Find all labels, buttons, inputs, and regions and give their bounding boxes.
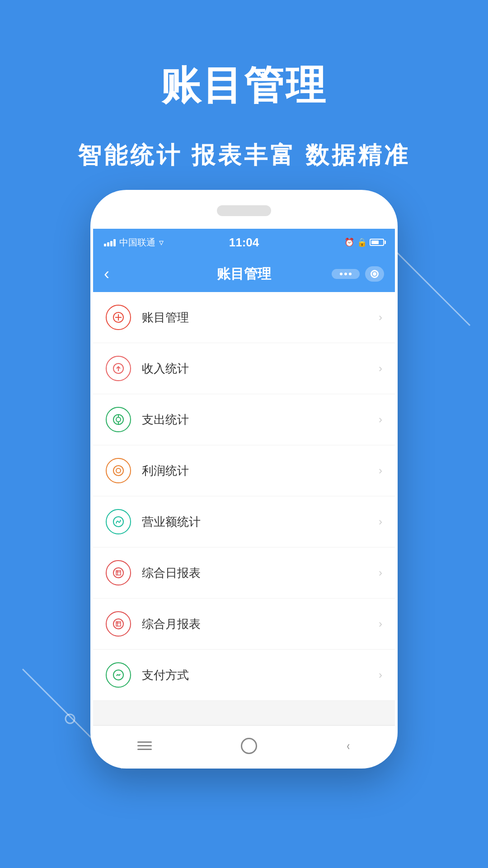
phone-bottom-nav: ‹ — [93, 725, 395, 766]
menu-item-payment-method[interactable]: 支付方式 › — [93, 650, 395, 701]
page-subtitle: 智能统计 报表丰富 数据精准 — [0, 140, 488, 171]
more-button[interactable] — [332, 269, 360, 279]
svg-rect-17 — [116, 571, 121, 575]
battery-icon — [370, 239, 384, 246]
expense-stats-icon — [106, 407, 131, 432]
payment-method-arrow: › — [379, 669, 382, 681]
back-button[interactable]: ‹ — [104, 264, 109, 283]
wifi-icon: ▿ — [159, 237, 164, 248]
income-stats-icon — [106, 356, 131, 381]
page-title: 账目管理 — [0, 59, 488, 113]
dot1 — [340, 273, 343, 275]
record-icon — [371, 270, 379, 278]
monthly-report-arrow: › — [379, 618, 382, 630]
signal-bars — [104, 238, 116, 246]
revenue-stats-arrow: › — [379, 515, 382, 528]
svg-point-14 — [116, 468, 121, 473]
home-icon — [241, 738, 257, 754]
menu-item-income-stats[interactable]: 收入统计 › — [93, 343, 395, 394]
profit-stats-arrow: › — [379, 464, 382, 477]
revenue-stats-label: 营业额统计 — [142, 514, 379, 530]
svg-point-20 — [113, 619, 123, 629]
alarm-icon: ⏰ — [344, 237, 354, 247]
status-time: 11:04 — [229, 236, 259, 250]
menu-item-expense-stats[interactable]: 支出统计 › — [93, 394, 395, 445]
dot2 — [344, 273, 347, 275]
menu-item-profit-stats[interactable]: 利润统计 › — [93, 445, 395, 496]
monthly-report-label: 综合月报表 — [142, 616, 379, 632]
account-mgmt-icon — [106, 305, 131, 330]
revenue-stats-icon — [106, 509, 131, 534]
nav-actions — [332, 266, 384, 282]
svg-point-16 — [113, 568, 123, 578]
lock-icon: 🔒 — [357, 237, 367, 247]
nav-bar: ‹ 账目管理 — [93, 256, 395, 292]
daily-report-label: 综合日报表 — [142, 565, 379, 581]
bottom-home-button[interactable] — [241, 738, 257, 754]
carrier-name: 中国联通 — [119, 236, 155, 249]
menu-item-monthly-report[interactable]: 综合月报表 › — [93, 599, 395, 650]
hamburger-line-3 — [137, 749, 152, 750]
daily-report-icon — [106, 560, 131, 585]
status-left: 中国联通 ▿ — [104, 236, 164, 249]
profit-stats-label: 利润统计 — [142, 463, 379, 479]
income-stats-arrow: › — [379, 362, 382, 375]
menu-list: 账目管理 › 收入统计 › 支出统计 › — [93, 292, 395, 725]
menu-item-account-mgmt[interactable]: 账目管理 › — [93, 292, 395, 343]
svg-point-10 — [116, 417, 121, 422]
payment-method-icon — [106, 662, 131, 688]
menu-item-daily-report[interactable]: 综合日报表 › — [93, 547, 395, 599]
hamburger-line-2 — [137, 745, 152, 746]
daily-report-arrow: › — [379, 566, 382, 579]
profit-stats-icon — [106, 458, 131, 483]
phone-speaker — [217, 205, 271, 216]
phone-mockup: 中国联通 ▿ 11:04 ⏰ 🔒 ‹ 账目管理 — [90, 190, 398, 769]
status-right: ⏰ 🔒 — [344, 237, 384, 247]
monthly-report-icon — [106, 611, 131, 637]
nav-title: 账目管理 — [217, 265, 271, 283]
status-bar: 中国联通 ▿ 11:04 ⏰ 🔒 — [93, 229, 395, 256]
account-mgmt-label: 账目管理 — [142, 310, 379, 326]
record-button[interactable] — [365, 266, 384, 282]
bottom-menu-button[interactable] — [137, 741, 152, 750]
income-stats-label: 收入统计 — [142, 361, 379, 377]
expense-stats-arrow: › — [379, 413, 382, 426]
svg-rect-21 — [116, 622, 121, 626]
account-mgmt-arrow: › — [379, 311, 382, 324]
back-icon: ‹ — [347, 739, 350, 753]
menu-item-revenue-stats[interactable]: 营业额统计 › — [93, 496, 395, 547]
expense-stats-label: 支出统计 — [142, 412, 379, 428]
dot3 — [349, 273, 352, 275]
payment-method-label: 支付方式 — [142, 667, 379, 683]
bottom-back-button[interactable]: ‹ — [346, 739, 350, 753]
svg-point-3 — [66, 714, 75, 723]
svg-point-13 — [113, 466, 123, 476]
hamburger-icon — [137, 741, 152, 750]
hamburger-line-1 — [137, 741, 152, 743]
battery-fill — [371, 241, 379, 244]
